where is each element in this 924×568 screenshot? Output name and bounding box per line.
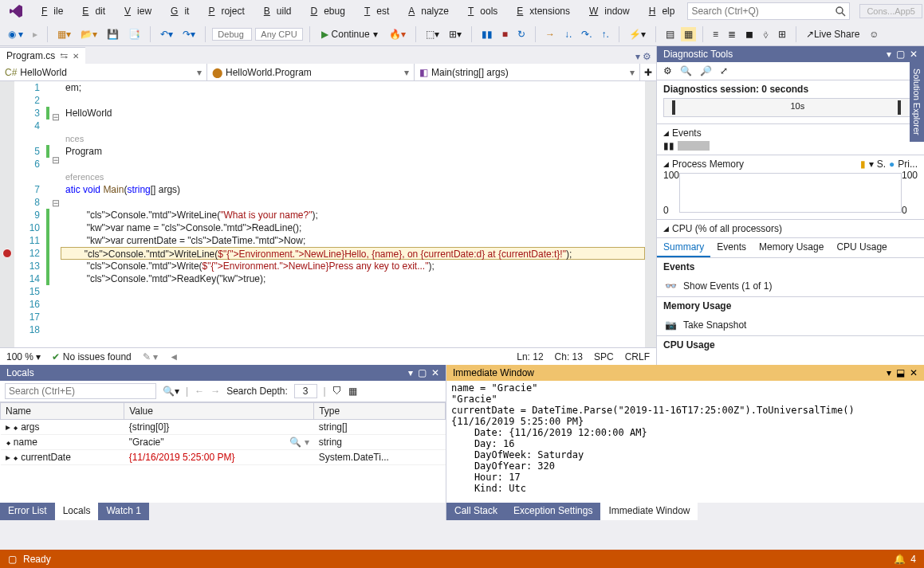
restart-button[interactable]: ↻	[514, 27, 529, 41]
outline-gutter[interactable]: ⊟⊟⊟	[51, 81, 62, 347]
pin-icon[interactable]: ⬓	[896, 367, 905, 378]
bottom-tab-immediate-window[interactable]: Immediate Window	[600, 503, 698, 520]
comment-icon[interactable]: ≡	[710, 27, 722, 41]
document-tab-program[interactable]: Program.cs ⮀ ✕	[0, 47, 85, 64]
insert-mode[interactable]: SPC	[594, 351, 614, 362]
nav-class[interactable]: ⬤HelloWorld.Program▾	[207, 64, 415, 80]
search-next-icon[interactable]: →	[210, 386, 220, 397]
timeline[interactable]: 10s	[663, 98, 918, 117]
pause-button[interactable]: ▮▮	[478, 27, 496, 41]
hot-reload-icon[interactable]: 🔥▾	[386, 27, 409, 41]
menu-build[interactable]: Build	[251, 2, 298, 20]
locals-search-input[interactable]	[5, 383, 156, 399]
layout1-icon[interactable]: ▤	[663, 27, 678, 41]
depth-value[interactable]: 3	[294, 384, 317, 398]
menu-edit[interactable]: Edit	[69, 2, 112, 20]
zoom-combo[interactable]: 100 % ▾	[6, 351, 41, 362]
menu-test[interactable]: Test	[352, 2, 395, 20]
menu-extensions[interactable]: Extensions	[504, 2, 576, 20]
reset-zoom-icon[interactable]: ⤢	[720, 65, 728, 76]
memory-chart[interactable]	[679, 173, 902, 213]
pin-icon[interactable]: ▢	[896, 49, 905, 60]
feedback-icon[interactable]: ☺	[866, 27, 882, 41]
format-icon[interactable]: ⎀	[760, 27, 772, 41]
bottom-tab-exception-settings[interactable]: Exception Settings	[505, 503, 600, 520]
nav-fwd-button[interactable]: ▸	[29, 27, 41, 41]
close-pane-icon[interactable]: ✕	[910, 367, 918, 378]
search-icon[interactable]	[835, 6, 846, 17]
redo-icon[interactable]: ↷▾	[179, 27, 199, 41]
search-prev-icon[interactable]: ←	[195, 386, 204, 397]
thread-icon[interactable]: ⊞▾	[446, 27, 465, 41]
nav-namespace[interactable]: C#HelloWorld▾	[0, 64, 207, 80]
step-out-icon[interactable]: ↑.	[599, 27, 612, 41]
columns-icon[interactable]: ▦	[348, 386, 357, 397]
dropdown-icon[interactable]: ▾	[887, 49, 891, 60]
search-box[interactable]	[687, 2, 850, 20]
menu-window[interactable]: Window	[576, 2, 636, 20]
bottom-tab-watch-1[interactable]: Watch 1	[98, 503, 149, 520]
platform-combo[interactable]: Any CPU	[255, 28, 302, 41]
save-icon[interactable]: 💾	[104, 27, 122, 41]
diag-tab-memory-usage[interactable]: Memory Usage	[753, 238, 830, 257]
menu-project[interactable]: Project	[195, 2, 250, 20]
line-ending[interactable]: CRLF	[625, 351, 650, 362]
pause-events-icon[interactable]: ▮▮	[663, 140, 674, 151]
menu-help[interactable]: Help	[636, 2, 682, 20]
pin-icon[interactable]: ⮀	[60, 52, 68, 61]
locals-row[interactable]: ⬥ name"Gracie" 🔍 ▾string	[1, 435, 446, 450]
show-events-link[interactable]: 👓Show Events (1 of 1)	[657, 276, 924, 296]
search-dropdown-icon[interactable]: 🔍▾	[163, 386, 179, 397]
menu-debug[interactable]: Debug	[298, 2, 352, 20]
close-pane-icon[interactable]: ✕	[910, 49, 918, 60]
nav-back-button[interactable]: ◉ ▾	[5, 27, 26, 41]
menu-git[interactable]: Git	[158, 2, 195, 20]
open-icon[interactable]: 📂▾	[77, 27, 100, 41]
overview-ruler[interactable]	[645, 81, 656, 347]
issues-indicator[interactable]: ✔ No issues found	[52, 351, 131, 362]
code-lines[interactable]: em;HelloWorldncesProgrameferencesatic vo…	[62, 81, 645, 347]
intellicode-icon[interactable]: ⚡▾	[626, 27, 649, 41]
pin-icon[interactable]: ▢	[418, 367, 427, 378]
close-pane-icon[interactable]: ✕	[431, 367, 439, 378]
step-over-icon[interactable]: ↷.	[578, 27, 595, 41]
diag-tab-cpu-usage[interactable]: CPU Usage	[830, 238, 893, 257]
layout2-icon[interactable]: ▦	[681, 27, 696, 41]
zoom-in-icon[interactable]: 🔍	[680, 65, 692, 76]
bottom-tab-call-stack[interactable]: Call Stack	[446, 503, 505, 520]
split-icon[interactable]: ⊞	[775, 27, 789, 41]
menu-view[interactable]: View	[112, 2, 158, 20]
diag-tab-events[interactable]: Events	[710, 238, 753, 257]
uncomment-icon[interactable]: ≣	[725, 27, 739, 41]
step-into-icon[interactable]: ↓.	[561, 27, 575, 41]
menu-tools[interactable]: Tools	[455, 2, 504, 20]
take-snapshot-link[interactable]: 📷Take Snapshot	[657, 315, 924, 335]
undo-icon[interactable]: ↶▾	[157, 27, 176, 41]
config-combo[interactable]: Debug	[212, 28, 252, 41]
zoom-out-icon[interactable]: 🔎	[700, 65, 712, 76]
new-project-icon[interactable]: ▦▾	[54, 27, 74, 41]
code-editor[interactable]: 123456789101112131415161718 ⊟⊟⊟ em;Hello…	[0, 81, 656, 347]
dropdown-icon[interactable]: ▾	[887, 367, 891, 378]
locals-row[interactable]: ▸ ⬥ currentDate{11/16/2019 5:25:00 PM}Sy…	[1, 450, 446, 465]
bookmark-icon[interactable]: ◼	[742, 27, 757, 41]
solution-explorer-tab[interactable]: Solution Explorer	[910, 62, 924, 142]
doc-dropdown[interactable]: ▾ ⚙	[631, 49, 656, 64]
breakpoint-gutter[interactable]	[0, 81, 14, 347]
split-view-icon[interactable]: ✚	[640, 64, 656, 80]
notifications-icon[interactable]: 🔔	[894, 554, 906, 565]
diag-tab-summary[interactable]: Summary	[657, 238, 710, 257]
live-share-button[interactable]: ↗ Live Share	[803, 27, 863, 41]
search-input[interactable]	[691, 6, 835, 17]
menu-file[interactable]: File	[29, 2, 69, 20]
nav-method[interactable]: ◧Main(string[] args)▾	[415, 64, 640, 80]
locals-row[interactable]: ▸ ⬥ args{string[0]}string[]	[1, 420, 446, 435]
locals-table[interactable]: NameValueType ▸ ⬥ args{string[0]}string[…	[0, 402, 446, 503]
process-icon[interactable]: ⬚▾	[423, 27, 442, 41]
filter-icon[interactable]: ✎ ▾	[143, 351, 158, 362]
output-icon[interactable]: ▢	[8, 554, 17, 565]
close-tab-icon[interactable]: ✕	[73, 52, 79, 61]
bottom-tab-locals[interactable]: Locals	[55, 503, 99, 520]
immediate-content[interactable]: name = "Gracie" "Gracie" currentDate = D…	[446, 381, 924, 503]
filter-icon[interactable]: ⛉	[332, 386, 342, 397]
